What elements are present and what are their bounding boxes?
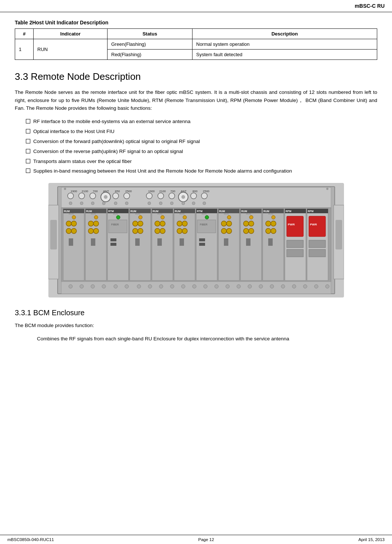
svg-text:RUN: RUN [157,213,162,215]
main-content: Table 2Host Unit Indicator Description #… [0,12,392,370]
cell-status-2: Red(Flashing) [108,50,192,60]
bullet-text-5: Transports alarm status over the optical… [33,157,132,166]
svg-point-180 [325,285,329,288]
svg-point-126 [249,215,253,219]
svg-text:RUN: RUN [135,213,140,215]
svg-text:850: 850 [115,190,120,193]
svg-text:2500: 2500 [125,190,132,193]
svg-point-171 [226,285,229,288]
svg-point-138 [271,221,276,226]
cell-status-1: Green(Flashing) [108,39,192,50]
svg-text:700: 700 [93,190,98,193]
device-diagram: 1900 2100 700 ANT 850 2500 1900 2100 700… [48,183,344,298]
header-title: mBSC-C RU [355,3,385,9]
section-3-3-heading: 3.3 Remote Node Description [15,71,377,82]
svg-rect-108 [197,220,216,233]
checkbox-icon [26,159,30,163]
svg-point-58 [94,215,98,219]
svg-point-98 [177,221,182,226]
svg-text:1900: 1900 [148,190,155,193]
svg-point-175 [270,285,274,288]
svg-text:RUM: RUM [219,210,225,212]
svg-point-37 [148,202,151,205]
svg-text:FIBER: FIBER [200,223,208,226]
svg-rect-54 [85,209,106,280]
page-header: mBSC-C RU [0,0,392,12]
svg-rect-152 [309,216,325,237]
col-header-description: Description [192,29,377,39]
footer-right: April 15, 2013 [358,537,385,542]
svg-rect-69 [109,220,127,233]
svg-point-172 [237,285,241,288]
svg-point-21 [169,193,175,199]
svg-rect-111 [199,243,205,246]
svg-rect-132 [263,209,284,280]
svg-text:RUN: RUN [224,213,229,215]
svg-point-170 [215,285,218,288]
svg-point-42 [203,202,206,205]
svg-point-164 [148,285,152,288]
svg-point-24 [181,195,185,199]
section-3-3-1-para1: The BCM module provides function: [15,322,377,330]
svg-point-129 [243,228,249,234]
svg-rect-145 [287,216,303,237]
svg-point-176 [281,285,285,288]
svg-point-128 [249,221,254,226]
svg-text:RUM: RUM [130,210,136,212]
indicator-table: # Indicator Status Description 1 RUN Gre… [15,28,377,60]
list-item: Transports alarm status over the optical… [26,157,377,166]
svg-rect-184 [335,220,342,249]
svg-point-87 [161,215,164,219]
svg-rect-154 [309,240,325,248]
svg-point-165 [159,285,163,288]
svg-text:RUN: RUN [91,213,96,215]
svg-point-158 [80,285,83,288]
svg-point-29 [64,188,66,190]
list-item: Conversion of the reverse path(uplink) R… [26,147,377,156]
bullet-text-4: Conversion of the reverse path(uplink) R… [33,147,183,156]
svg-point-48 [72,215,76,219]
svg-point-100 [177,228,182,234]
svg-rect-182 [50,220,57,249]
svg-text:2100: 2100 [159,190,166,193]
svg-point-116 [227,215,231,219]
list-item: Conversion of the forward path(downlink)… [26,137,377,146]
svg-point-139 [266,228,271,234]
svg-point-90 [155,228,160,234]
svg-point-17 [146,193,152,199]
svg-point-107 [205,215,209,219]
svg-point-40 [182,202,185,205]
svg-text:RPM: RPM [308,210,314,212]
list-item: Supplies in-band messaging between the H… [26,167,377,176]
svg-point-8 [90,193,96,199]
bullet-text-2: Optical interface to the Host Unit FIU [33,127,115,136]
svg-point-160 [102,285,106,288]
svg-point-49 [66,221,71,226]
svg-text:RUN: RUN [202,213,207,215]
svg-text:RUN: RUN [268,213,273,215]
svg-point-169 [204,285,207,288]
svg-rect-71 [110,238,116,241]
svg-rect-53 [69,238,73,246]
svg-point-59 [88,221,93,226]
svg-point-33 [91,202,94,205]
svg-point-41 [192,202,195,205]
checkbox-icon [26,139,30,143]
svg-point-174 [259,285,263,288]
svg-point-97 [183,215,187,219]
svg-point-13 [113,193,119,199]
svg-text:RUM: RUM [86,210,92,212]
svg-rect-92 [157,238,162,246]
svg-point-91 [160,228,165,234]
svg-point-161 [114,285,117,288]
svg-point-80 [133,228,138,234]
table-row: 1 RUN Green(Flashing) Normal system oper… [15,39,377,50]
svg-point-166 [170,285,174,288]
checkbox-icon [26,169,30,173]
svg-rect-148 [287,249,303,257]
svg-point-178 [303,285,307,288]
svg-point-34 [102,202,105,205]
svg-text:1900: 1900 [71,190,77,193]
svg-text:RTM: RTM [108,210,114,212]
svg-text:RUN: RUN [180,213,184,215]
